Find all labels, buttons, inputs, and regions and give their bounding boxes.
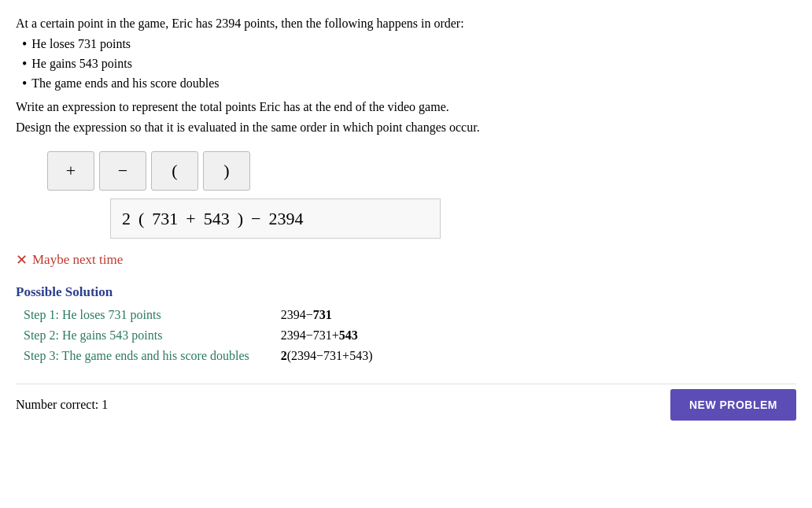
- expr-token-minus: −: [251, 206, 260, 232]
- bullet-symbol-1: •: [22, 35, 27, 54]
- bullet-item-2: • He gains 543 points: [22, 54, 796, 74]
- step-row-3: Step 3: The game ends and his score doub…: [24, 346, 378, 366]
- expr-token-open: (: [138, 206, 144, 232]
- bullet-text-3: The game ends and his score doubles: [31, 74, 219, 94]
- bullet-text-1: He loses 731 points: [31, 35, 131, 54]
- step-2-expr: 2394−731+543: [281, 325, 379, 346]
- expr-token-plus: +: [186, 206, 195, 232]
- problem-text: At a certain point in the game, Eric has…: [16, 14, 796, 137]
- steps-table: Step 1: He loses 731 points 2394−731 Ste…: [24, 305, 378, 366]
- new-problem-button[interactable]: NEW PROBLEM: [670, 389, 796, 421]
- wrong-label: Maybe next time: [32, 250, 123, 270]
- tiles-row: + − ( ): [47, 151, 796, 191]
- bullet-item-3: • The game ends and his score doubles: [22, 74, 796, 94]
- step-1-desc: Step 1: He loses 731 points: [24, 305, 281, 325]
- bullet-list: • He loses 731 points • He gains 543 poi…: [22, 35, 796, 95]
- tile-open-paren[interactable]: (: [151, 151, 198, 191]
- step-3-desc: Step 3: The game ends and his score doub…: [24, 346, 281, 366]
- step-2-desc: Step 2: He gains 543 points: [24, 325, 281, 346]
- number-correct: Number correct: 1: [16, 395, 108, 414]
- bullet-symbol-2: •: [22, 54, 27, 74]
- tile-minus[interactable]: −: [99, 151, 146, 191]
- feedback-wrong: ✕ Maybe next time: [16, 250, 796, 271]
- possible-solution: Possible Solution Step 1: He loses 731 p…: [16, 282, 796, 367]
- problem-instructions-2: Design the expression so that it is eval…: [16, 118, 796, 137]
- step-1-expr: 2394−731: [281, 305, 379, 325]
- step-row-2: Step 2: He gains 543 points 2394−731+543: [24, 325, 378, 346]
- footer: Number correct: 1 NEW PROBLEM: [16, 384, 796, 421]
- expr-token-close: ): [238, 206, 243, 232]
- expr-token-543: 543: [204, 206, 230, 232]
- x-icon: ✕: [16, 250, 28, 271]
- tile-close-paren[interactable]: ): [203, 151, 250, 191]
- step-row-1: Step 1: He loses 731 points 2394−731: [24, 305, 378, 325]
- problem-instructions-1: Write an expression to represent the tot…: [16, 98, 796, 117]
- bullet-item-1: • He loses 731 points: [22, 35, 796, 54]
- expr-token-2394: 2394: [269, 206, 304, 232]
- possible-solution-title: Possible Solution: [16, 282, 796, 302]
- problem-intro: At a certain point in the game, Eric has…: [16, 14, 796, 33]
- bullet-symbol-3: •: [22, 74, 27, 94]
- expression-area: 2 ( 731 + 543 ) − 2394: [110, 198, 441, 239]
- tile-plus[interactable]: +: [47, 151, 94, 191]
- expr-token-731: 731: [152, 206, 178, 232]
- bullet-text-2: He gains 543 points: [31, 54, 132, 74]
- step-3-expr: 2(2394−731+543): [281, 346, 379, 366]
- expr-token-2: 2: [122, 206, 131, 232]
